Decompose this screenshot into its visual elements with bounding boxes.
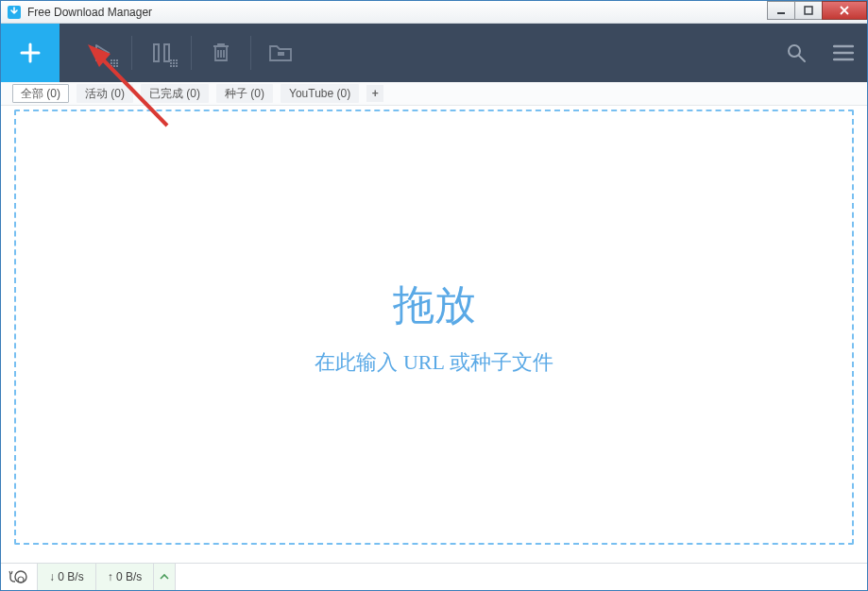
move-to-folder-button[interactable] (251, 24, 310, 82)
hamburger-icon (833, 44, 854, 61)
trash-icon (211, 42, 231, 64)
tab-label: 全部 (0) (21, 86, 60, 102)
svg-rect-2 (805, 7, 812, 14)
app-icon (5, 3, 24, 22)
tab-label: 种子 (0) (225, 86, 264, 102)
tab-label: 活动 (0) (85, 86, 125, 102)
search-icon (786, 42, 807, 63)
pause-button[interactable] (132, 24, 191, 82)
titlebar: Free Download Manager (1, 1, 867, 24)
plus-icon (17, 40, 43, 66)
toolbar (1, 24, 867, 82)
rate-text: ↓ 0 B/s (49, 570, 84, 583)
queue-grid-icon (111, 59, 118, 67)
snail-icon (9, 569, 29, 584)
window-controls (768, 1, 867, 20)
download-rate[interactable]: ↓ 0 B/s (38, 564, 96, 590)
delete-button[interactable] (192, 24, 250, 82)
svg-rect-4 (164, 44, 169, 61)
tab-completed[interactable]: 已完成 (0) (141, 84, 209, 103)
drop-zone[interactable]: 拖放 在此输入 URL 或种子文件 (14, 110, 854, 545)
svg-rect-5 (278, 52, 284, 56)
plus-icon: + (372, 87, 379, 100)
svg-point-6 (789, 45, 800, 57)
tab-label: YouTube (0) (289, 87, 350, 100)
upload-rate[interactable]: ↑ 0 B/s (96, 564, 155, 590)
tab-youtube[interactable]: YouTube (0) (281, 84, 359, 103)
tab-all[interactable]: 全部 (0) (12, 84, 69, 103)
rate-text: ↑ 0 B/s (108, 570, 143, 583)
folder-icon (268, 42, 293, 63)
drop-title: 拖放 (393, 278, 476, 333)
background-blur-text (367, 3, 481, 20)
chevron-up-icon (160, 573, 169, 581)
play-icon (92, 42, 112, 63)
app-title: Free Download Manager (27, 6, 152, 19)
status-bar: ↓ 0 B/s ↑ 0 B/s (1, 563, 867, 590)
app-window: Free Download Manager (0, 0, 868, 591)
main-area: 拖放 在此输入 URL 或种子文件 (9, 104, 859, 550)
maximize-button[interactable] (794, 1, 823, 20)
drop-subtitle: 在此输入 URL 或种子文件 (315, 348, 553, 377)
minimize-button[interactable] (767, 1, 795, 20)
svg-rect-1 (777, 12, 785, 14)
add-download-button[interactable] (1, 24, 60, 82)
start-button[interactable] (73, 24, 131, 82)
add-tab-button[interactable]: + (366, 85, 383, 102)
snail-mode-button[interactable] (1, 564, 38, 590)
pause-icon (152, 42, 171, 63)
tab-torrent[interactable]: 种子 (0) (216, 84, 273, 103)
tab-label: 已完成 (0) (149, 86, 200, 102)
svg-rect-3 (154, 44, 159, 61)
tab-active[interactable]: 活动 (0) (77, 84, 133, 103)
close-button[interactable] (822, 1, 867, 20)
search-button[interactable] (773, 24, 820, 82)
rate-menu-toggle[interactable] (154, 564, 176, 590)
filter-tabs: 全部 (0) 活动 (0) 已完成 (0) 种子 (0) YouTube (0)… (1, 82, 867, 106)
menu-button[interactable] (820, 24, 867, 82)
queue-grid-icon (170, 59, 178, 67)
